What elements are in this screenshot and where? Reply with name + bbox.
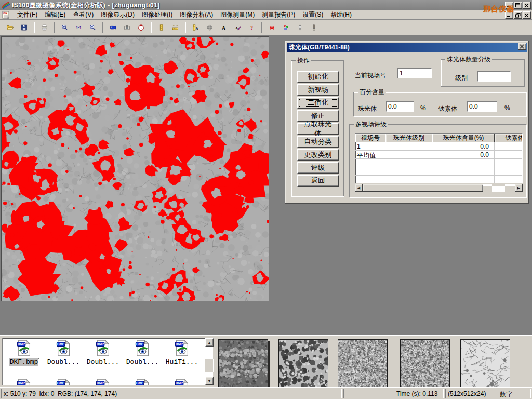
menu-item-8[interactable]: 设置(S) bbox=[299, 10, 327, 20]
toolbar-button-save[interactable] bbox=[17, 21, 31, 34]
file-item-DKF.bmp[interactable]: BMPDKF.bmp bbox=[5, 340, 43, 366]
table-row[interactable]: 平均值0.0 bbox=[355, 151, 522, 159]
toolbar-button-video-camera[interactable] bbox=[106, 21, 120, 34]
curve-icon bbox=[269, 22, 275, 33]
menu-item-6[interactable]: 图像测量(M) bbox=[217, 10, 258, 20]
close-button[interactable] bbox=[523, 2, 531, 9]
menu-item-9[interactable]: 帮助(H) bbox=[327, 10, 355, 20]
file-item-row2-3[interactable]: BMP bbox=[123, 379, 162, 385]
toolbar-button-curve[interactable] bbox=[265, 21, 279, 34]
pattern-icon bbox=[206, 22, 213, 33]
file-item-row2-2[interactable]: BMP bbox=[84, 379, 122, 385]
menu-item-0[interactable]: 文件(F) bbox=[14, 10, 41, 20]
dialog-close-button[interactable] bbox=[518, 43, 526, 50]
multifield-group-title: 多视场评级 bbox=[354, 121, 388, 128]
toolbar-button-timer[interactable] bbox=[134, 21, 148, 34]
menu-item-5[interactable]: 图像分析(A) bbox=[176, 10, 217, 20]
multifield-table[interactable]: 视场号珠光体级别珠光体含量(%)铁素体含量(%)10.0平均值0.0 bbox=[355, 133, 523, 183]
op-button-7[interactable]: 评级 bbox=[297, 162, 339, 174]
toolbar-button-snapshot[interactable] bbox=[120, 21, 134, 34]
pearlite-percent-input[interactable]: 0.0 bbox=[386, 101, 414, 112]
status-mode: 数字 bbox=[496, 389, 516, 398]
svg-text:BMP: BMP bbox=[97, 381, 104, 385]
op-button-label: 自动分类 bbox=[304, 137, 331, 147]
dialog-title-bar[interactable]: 珠光体(GB/T9441-88) bbox=[287, 43, 527, 52]
status-image-size: (512x512x24) bbox=[445, 389, 494, 398]
op-button-2[interactable]: 二值化 bbox=[297, 97, 339, 109]
hscroll-track[interactable] bbox=[483, 184, 515, 192]
menu-item-1[interactable]: 编辑(E) bbox=[41, 10, 69, 20]
thumbnail-4[interactable] bbox=[400, 339, 450, 388]
thumbnail-3[interactable] bbox=[338, 339, 388, 388]
mdi-restore-button[interactable] bbox=[514, 11, 522, 19]
file-name: Doubl... bbox=[47, 358, 80, 366]
toolbar-button-brush[interactable] bbox=[307, 21, 321, 34]
op-button-6[interactable]: 更改类别 bbox=[297, 149, 339, 161]
file-list: ▲ ▼ BMPDKF.bmpBMPDoubl...BMPDoubl...BMPD… bbox=[2, 338, 214, 385]
file-item-Doubl...[interactable]: BMPDoubl... bbox=[44, 340, 83, 366]
menu-item-7[interactable]: 测量报告(P) bbox=[258, 10, 299, 20]
toolbar-button-measure-scale[interactable]: A bbox=[189, 21, 203, 34]
toolbar-button-ruler[interactable] bbox=[168, 21, 182, 34]
vscroll-up-button[interactable]: ▲ bbox=[205, 338, 214, 347]
bmp-file-icon: BMP bbox=[16, 340, 32, 356]
filelist-vscrollbar[interactable]: ▲ ▼ bbox=[205, 338, 214, 385]
toolbar-separator bbox=[185, 22, 186, 33]
maximize-button[interactable] bbox=[514, 2, 522, 9]
op-button-4[interactable]: 点取珠光体 bbox=[297, 123, 339, 135]
toolbar-button-open[interactable] bbox=[3, 21, 17, 34]
table-row[interactable] bbox=[355, 159, 522, 167]
op-button-1[interactable]: 新视场 bbox=[297, 84, 339, 96]
vscroll-down-button[interactable]: ▼ bbox=[205, 377, 214, 385]
print-icon bbox=[41, 22, 48, 33]
toolbar-button-caliper[interactable] bbox=[154, 21, 168, 34]
toolbar-button-classify[interactable]: 123 bbox=[279, 21, 293, 34]
toolbar-button-annotate[interactable]: A bbox=[231, 21, 245, 34]
toolbar-button-print[interactable] bbox=[37, 21, 51, 34]
toolbar-button-actual-size[interactable]: 1:1 bbox=[72, 21, 86, 34]
op-button-0[interactable]: 初始化 bbox=[297, 71, 339, 83]
thumbnail-2[interactable] bbox=[278, 339, 328, 388]
toolbar-button-zoom-in[interactable] bbox=[58, 21, 72, 34]
grade-input[interactable] bbox=[477, 71, 511, 82]
file-item-row2-0[interactable]: BMP bbox=[5, 379, 43, 385]
toolbar-button-picker[interactable] bbox=[293, 21, 307, 34]
close-icon bbox=[524, 3, 529, 8]
file-item-HuiTi...[interactable]: BMPHuiTi... bbox=[163, 340, 201, 366]
table-column-3[interactable]: 铁素体含量(%) bbox=[495, 134, 523, 142]
table-column-1[interactable]: 珠光体级别 bbox=[385, 134, 432, 142]
picker-icon bbox=[297, 22, 303, 33]
hscroll-right-button[interactable]: ▶ bbox=[515, 184, 523, 192]
table-hscrollbar[interactable]: ◀ ▶ bbox=[355, 184, 523, 192]
menu-item-2[interactable]: 查看(V) bbox=[69, 10, 97, 20]
svg-text:DOC: DOC bbox=[3, 12, 7, 15]
table-column-0[interactable]: 视场号 bbox=[355, 134, 385, 142]
current-field-input[interactable]: 1 bbox=[397, 68, 432, 78]
table-row[interactable] bbox=[355, 176, 522, 183]
op-button-5[interactable]: 自动分类 bbox=[297, 136, 339, 148]
bmp-file-icon: BMP bbox=[135, 379, 150, 385]
file-item-row2-4[interactable]: BMP bbox=[163, 379, 201, 385]
toolbar-button-text[interactable]: A bbox=[217, 21, 231, 34]
mdi-close-button[interactable] bbox=[523, 11, 531, 19]
thumbnail-1[interactable] bbox=[218, 339, 268, 388]
toolbar-button-zoom-out[interactable] bbox=[86, 21, 100, 34]
table-row[interactable]: 10.0 bbox=[355, 142, 522, 151]
op-button-8[interactable]: 返回 bbox=[297, 175, 339, 187]
toolbar-button-pattern[interactable] bbox=[203, 21, 217, 34]
micrograph-image[interactable] bbox=[1, 36, 269, 301]
hscroll-thumb[interactable] bbox=[363, 184, 483, 192]
toolbar-button-help[interactable]: ? bbox=[245, 21, 259, 34]
file-item-row2-1[interactable]: BMP bbox=[44, 379, 83, 385]
vscroll-track[interactable] bbox=[205, 347, 214, 377]
file-item-Doubl...[interactable]: BMPDoubl... bbox=[84, 340, 122, 366]
file-item-Doubl...[interactable]: BMPDoubl... bbox=[123, 340, 162, 366]
thumbnail-5[interactable] bbox=[460, 339, 510, 388]
svg-text:A: A bbox=[222, 25, 225, 31]
ferrite-percent-input[interactable]: 0.0 bbox=[467, 101, 497, 112]
table-row[interactable] bbox=[355, 167, 522, 176]
menu-item-3[interactable]: 图像显示(D) bbox=[97, 10, 138, 20]
table-column-2[interactable]: 珠光体含量(%) bbox=[432, 134, 495, 142]
menu-item-4[interactable]: 图像处理(I) bbox=[138, 10, 176, 20]
hscroll-left-button[interactable]: ◀ bbox=[355, 184, 363, 192]
